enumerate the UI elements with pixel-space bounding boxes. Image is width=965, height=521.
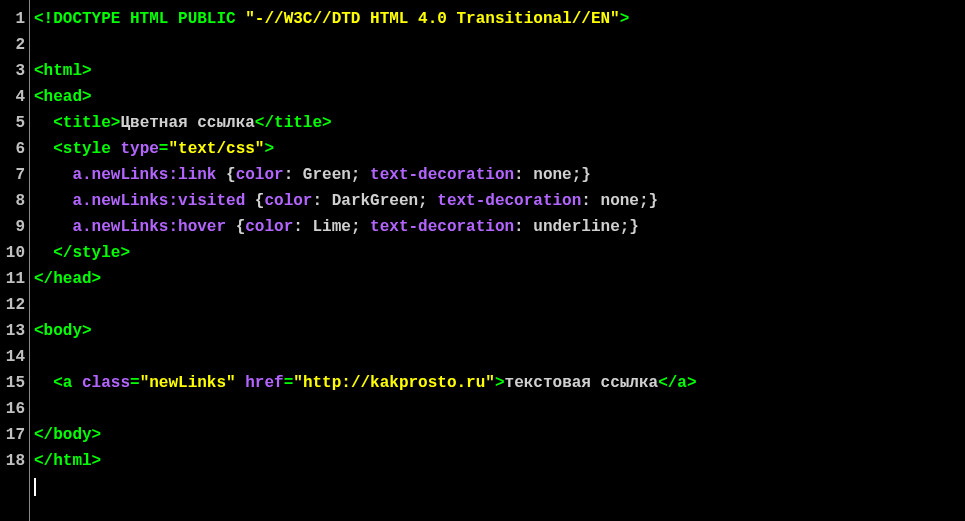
- code-token: }: [649, 192, 659, 210]
- code-token: <body>: [34, 322, 92, 340]
- code-token: href: [245, 374, 283, 392]
- code-token: >: [495, 374, 505, 392]
- line-number: 2: [4, 32, 25, 58]
- line-number: 9: [4, 214, 25, 240]
- line-number: 10: [4, 240, 25, 266]
- code-token: [34, 114, 53, 132]
- code-token: "text/css": [168, 140, 264, 158]
- code-token: a.newLinks:hover: [72, 218, 235, 236]
- code-token: : Green;: [284, 166, 370, 184]
- code-token: a.newLinks:link: [72, 166, 226, 184]
- code-token: >: [620, 10, 630, 28]
- code-token: "http://kakprosto.ru": [293, 374, 495, 392]
- code-token: class: [82, 374, 130, 392]
- line-number: 18: [4, 448, 25, 474]
- line-number: 4: [4, 84, 25, 110]
- code-token: </a>: [658, 374, 696, 392]
- code-token: type: [120, 140, 158, 158]
- code-token: <a: [53, 374, 82, 392]
- line-number: 11: [4, 266, 25, 292]
- code-token: }: [581, 166, 591, 184]
- line-number: 8: [4, 188, 25, 214]
- code-line[interactable]: <title>Цветная ссылка</title>: [34, 110, 965, 136]
- code-token: color: [236, 166, 284, 184]
- code-line[interactable]: [34, 344, 965, 370]
- code-token: [34, 166, 72, 184]
- code-token: text-decoration: [437, 192, 581, 210]
- code-token: [34, 218, 72, 236]
- code-token: <!DOCTYPE HTML PUBLIC: [34, 10, 245, 28]
- code-token: text-decoration: [370, 218, 514, 236]
- code-token: text-decoration: [370, 166, 514, 184]
- code-line[interactable]: <body>: [34, 318, 965, 344]
- caret-line[interactable]: [34, 474, 965, 500]
- code-token: </html>: [34, 452, 101, 470]
- code-line[interactable]: <style type="text/css">: [34, 136, 965, 162]
- code-token: a.newLinks:visited: [72, 192, 254, 210]
- code-token: <title>: [53, 114, 120, 132]
- code-token: : none;: [581, 192, 648, 210]
- code-token: color: [245, 218, 293, 236]
- code-token: "-//W3C//DTD HTML 4.0 Transitional//EN": [245, 10, 619, 28]
- line-number: 16: [4, 396, 25, 422]
- code-line[interactable]: <a class="newLinks" href="http://kakpros…: [34, 370, 965, 396]
- code-token: : Lime;: [293, 218, 370, 236]
- line-number: 12: [4, 292, 25, 318]
- code-token: [34, 192, 72, 210]
- code-token: : DarkGreen;: [312, 192, 437, 210]
- code-token: : none;: [514, 166, 581, 184]
- line-number: 3: [4, 58, 25, 84]
- code-token: color: [264, 192, 312, 210]
- line-number: 15: [4, 370, 25, 396]
- line-number: 14: [4, 344, 25, 370]
- code-token: {: [226, 166, 236, 184]
- code-token: =: [130, 374, 140, 392]
- code-token: </style>: [53, 244, 130, 262]
- code-token: текстовая ссылка: [505, 374, 659, 392]
- code-token: : underline;: [514, 218, 629, 236]
- line-number: 1: [4, 6, 25, 32]
- code-token: }: [629, 218, 639, 236]
- code-token: {: [255, 192, 265, 210]
- code-token: </head>: [34, 270, 101, 288]
- code-line[interactable]: </style>: [34, 240, 965, 266]
- line-number: 17: [4, 422, 25, 448]
- code-line[interactable]: a.newLinks:hover {color: Lime; text-deco…: [34, 214, 965, 240]
- code-line[interactable]: [34, 292, 965, 318]
- code-token: <head>: [34, 88, 92, 106]
- line-number: 6: [4, 136, 25, 162]
- code-token: [236, 374, 246, 392]
- code-line[interactable]: </body>: [34, 422, 965, 448]
- line-number: 5: [4, 110, 25, 136]
- text-caret: [34, 478, 36, 496]
- code-token: [34, 374, 53, 392]
- line-number: 13: [4, 318, 25, 344]
- line-number-gutter: 123456789101112131415161718: [0, 0, 30, 521]
- code-line[interactable]: <html>: [34, 58, 965, 84]
- code-line[interactable]: a.newLinks:visited {color: DarkGreen; te…: [34, 188, 965, 214]
- code-line[interactable]: [34, 396, 965, 422]
- code-token: =: [159, 140, 169, 158]
- code-token: [34, 244, 53, 262]
- code-line[interactable]: </html>: [34, 448, 965, 474]
- code-line[interactable]: <!DOCTYPE HTML PUBLIC "-//W3C//DTD HTML …: [34, 6, 965, 32]
- code-token: Цветная ссылка: [120, 114, 254, 132]
- code-token: "newLinks": [140, 374, 236, 392]
- code-area[interactable]: <!DOCTYPE HTML PUBLIC "-//W3C//DTD HTML …: [30, 0, 965, 521]
- code-line[interactable]: a.newLinks:link {color: Green; text-deco…: [34, 162, 965, 188]
- code-token: <html>: [34, 62, 92, 80]
- code-token: <style: [53, 140, 120, 158]
- code-line[interactable]: </head>: [34, 266, 965, 292]
- code-editor[interactable]: 123456789101112131415161718 <!DOCTYPE HT…: [0, 0, 965, 521]
- line-number: 7: [4, 162, 25, 188]
- code-token: </body>: [34, 426, 101, 444]
- code-token: </title>: [255, 114, 332, 132]
- code-token: [34, 140, 53, 158]
- code-line[interactable]: [34, 32, 965, 58]
- code-token: {: [236, 218, 246, 236]
- code-token: =: [284, 374, 294, 392]
- code-line[interactable]: <head>: [34, 84, 965, 110]
- code-token: >: [264, 140, 274, 158]
